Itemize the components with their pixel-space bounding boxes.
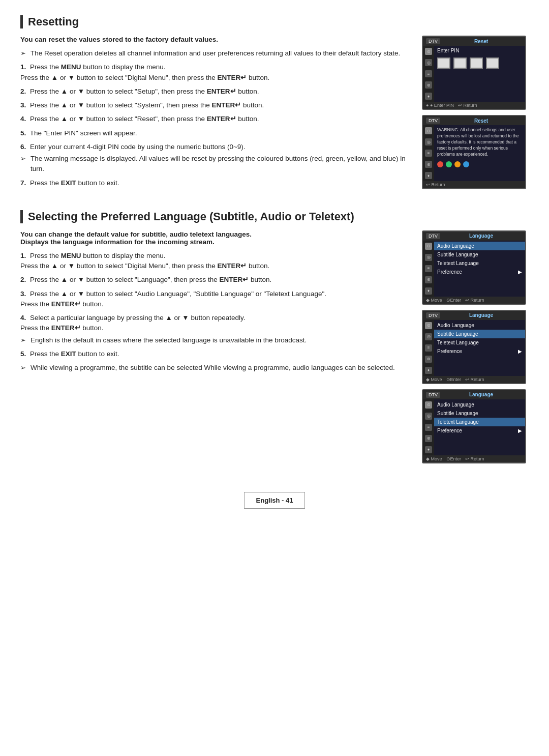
tv-main: WARNING: All channel settings and user p… xyxy=(434,125,525,181)
list-item: 3. Press the ▲ or ▼ button to select "Sy… xyxy=(20,100,410,110)
screen-title: Language xyxy=(469,312,493,318)
footer-item: ◆ Move xyxy=(426,377,442,382)
list-item: 6. Enter your current 4-digit PIN code b… xyxy=(20,142,410,175)
lang-menu-subtitle: Subtitle Language xyxy=(434,250,525,259)
screen-title: Reset xyxy=(474,39,488,44)
lang-menu-teletext: Teletext Language xyxy=(434,418,525,426)
tv-main: Audio Language Subtitle Language Teletex… xyxy=(434,399,525,455)
resetting-screens: DTV Reset ⊙ ◎ ≡ ⊛ ♦ Enter PIN xyxy=(422,36,529,192)
tv-main: Enter PIN xyxy=(434,46,525,102)
tv-icon: ≡ xyxy=(425,344,432,352)
dtv-label: DTV xyxy=(426,392,440,398)
footer-item: ↩ Return xyxy=(465,298,484,303)
list-item: While viewing a programme, the subtitle … xyxy=(20,363,410,373)
lang-menu-audio: Audio Language xyxy=(434,242,525,250)
footer-item: ⊙Enter xyxy=(446,377,462,382)
tv-sidebar: ⊙ ◎ ≡ ⊛ ♦ xyxy=(423,125,434,181)
tv-screen-lang-3: DTV Language ⊙ ◎ ≡ ⊛ ♦ Audio Language Su… xyxy=(422,389,526,463)
lang-menu-teletext: Teletext Language xyxy=(434,259,525,268)
list-item: 7. Press the EXIT button to exit. xyxy=(20,178,410,188)
blue-dot xyxy=(463,161,469,167)
lang-menu-audio: Audio Language xyxy=(434,321,525,330)
list-item: 1. Press the MENU button to display the … xyxy=(20,62,410,83)
tv-icon: ⊛ xyxy=(425,356,432,363)
tv-sidebar: ⊙ ◎ ≡ ⊛ ♦ xyxy=(423,320,434,376)
list-item: 5. Press the EXIT button to exit. xyxy=(20,349,410,359)
tv-main: Audio Language Subtitle Language Teletex… xyxy=(434,241,525,297)
dtv-label: DTV xyxy=(426,118,440,124)
tv-icon: ⊙ xyxy=(425,48,432,55)
tv-icon: ⊙ xyxy=(425,401,432,409)
lang-menu-teletext: Teletext Language xyxy=(434,338,525,347)
tv-icon: ♦ xyxy=(425,367,432,374)
tv-icon: ♦ xyxy=(425,93,432,100)
footer-item: ● ● Enter PIN xyxy=(426,103,454,108)
lang-menu-preference: Preference▶ xyxy=(434,347,525,356)
tv-footer: ◆ Move ⊙Enter ↩ Return xyxy=(423,455,525,462)
tv-warning-text: WARNING: All channel settings and user p… xyxy=(437,127,522,157)
tv-footer: ◆ Move ⊙Enter ↩ Return xyxy=(423,297,525,304)
tv-content-area: ⊙ ◎ ≡ ⊛ ♦ WARNING: All channel settings … xyxy=(423,125,525,181)
arrow-item: English is the default in cases where th… xyxy=(20,335,410,345)
tv-icon: ◎ xyxy=(425,413,432,420)
tv-icon: ♦ xyxy=(425,287,432,295)
pin-box xyxy=(453,57,467,69)
page-number: English - 41 xyxy=(244,492,305,509)
color-dots xyxy=(437,161,522,167)
arrow-item: The Reset operation deletes all channel … xyxy=(20,48,410,59)
resetting-steps: The Reset operation deletes all channel … xyxy=(20,48,410,188)
tv-screen-header: DTV Language xyxy=(423,231,525,241)
lang-menu-preference: Preference▶ xyxy=(434,268,525,276)
tv-sidebar: ⊙ ◎ ≡ ⊛ ♦ xyxy=(423,399,434,455)
tv-screen-lang-1: DTV Language ⊙ ◎ ≡ ⊛ ♦ Audio Language Su… xyxy=(422,230,526,305)
tv-content-area: ⊙ ◎ ≡ ⊛ ♦ Audio Language Subtitle Langua… xyxy=(423,241,525,297)
resetting-layout: You can reset the values stored to the f… xyxy=(20,36,529,192)
tv-sidebar: ⊙ ◎ ≡ ⊛ ♦ xyxy=(423,46,434,102)
tv-screen-lang-2: DTV Language ⊙ ◎ ≡ ⊛ ♦ Audio Language Su… xyxy=(422,310,526,384)
lang-menu-subtitle: Subtitle Language xyxy=(434,330,525,338)
tv-content-area: ⊙ ◎ ≡ ⊛ ♦ Enter PIN xyxy=(423,46,525,102)
list-item: 3. Press the ▲ or ▼ button to select "Au… xyxy=(20,289,410,310)
enter-pin-label: Enter PIN xyxy=(437,48,522,53)
tv-icon: ≡ xyxy=(425,424,432,431)
pin-boxes xyxy=(437,57,522,69)
tv-content-area: ⊙ ◎ ≡ ⊛ ♦ Audio Language Subtitle Langua… xyxy=(423,399,525,455)
list-item: 4. Press the ▲ or ▼ button to select "Re… xyxy=(20,114,410,124)
footer-item: ↩ Return xyxy=(465,377,484,382)
lang-menu-preference: Preference▶ xyxy=(434,426,525,435)
arrow-item: The warning message is displayed. All va… xyxy=(20,154,410,175)
footer-item: ⊙Enter xyxy=(446,456,462,461)
tv-footer: ● ● Enter PIN ↩ Return xyxy=(423,102,525,109)
footer-item: ◆ Move xyxy=(426,298,442,303)
resetting-title: Resetting xyxy=(20,15,529,28)
page-footer-area: English - 41 xyxy=(20,482,529,509)
language-title: Selecting the Preferred Language (Subtit… xyxy=(20,210,529,223)
list-item: 2. Press the ▲ or ▼ button to select "La… xyxy=(20,275,410,285)
screen-title: Language xyxy=(469,233,493,239)
list-item: 4. Select a particular language by press… xyxy=(20,313,410,345)
footer-item: ◆ Move xyxy=(426,456,442,461)
tv-content-area: ⊙ ◎ ≡ ⊛ ♦ Audio Language Subtitle Langua… xyxy=(423,320,525,376)
dtv-label: DTV xyxy=(426,312,440,318)
footer-item: ↩ Return xyxy=(465,456,484,461)
pin-box xyxy=(486,57,499,69)
tv-icon: ♦ xyxy=(425,446,432,453)
tv-screen-reset-pin: DTV Reset ⊙ ◎ ≡ ⊛ ♦ Enter PIN xyxy=(422,36,526,110)
list-item: The Reset operation deletes all channel … xyxy=(20,48,410,59)
tv-icon: ♦ xyxy=(425,172,432,179)
tv-icon: ≡ xyxy=(425,70,432,77)
tv-icon: ◎ xyxy=(425,138,432,146)
footer-item: ↩ Return xyxy=(426,182,445,187)
tv-footer: ◆ Move ⊙Enter ↩ Return xyxy=(423,376,525,383)
resetting-text: You can reset the values stored to the f… xyxy=(20,36,410,192)
language-steps: 1. Press the MENU button to display the … xyxy=(20,251,410,373)
tv-icon: ≡ xyxy=(425,150,432,157)
footer-item: ⊙Enter xyxy=(446,298,462,303)
tv-icon: ⊛ xyxy=(425,276,432,283)
tv-icon: ⊙ xyxy=(425,322,432,329)
tv-screen-header: DTV Language xyxy=(423,311,525,320)
resetting-intro: You can reset the values stored to the f… xyxy=(20,36,410,43)
tv-icon: ⊛ xyxy=(425,161,432,168)
tv-main: Audio Language Subtitle Language Teletex… xyxy=(434,320,525,376)
tv-icon: ≡ xyxy=(425,265,432,272)
